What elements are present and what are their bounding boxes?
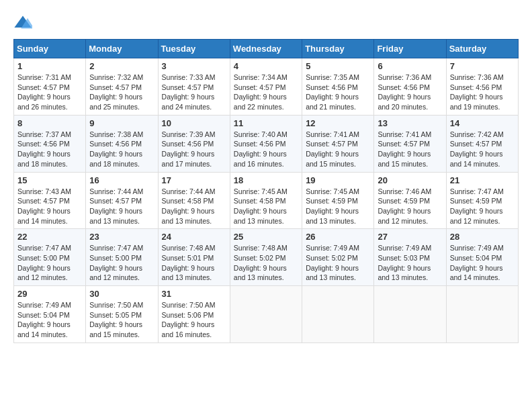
day-info: Sunrise: 7:42 AMSunset: 4:57 PMDaylight:… [450,130,504,168]
day-number: 17 [162,175,226,185]
calendar-cell: 7 Sunrise: 7:36 AMSunset: 4:56 PMDayligh… [446,58,518,116]
day-number: 23 [89,232,154,242]
day-number: 25 [234,232,298,242]
day-number: 3 [162,61,226,71]
day-info: Sunrise: 7:37 AMSunset: 4:56 PMDaylight:… [17,130,71,168]
day-number: 20 [378,175,442,185]
day-number: 12 [306,118,370,128]
day-header-tuesday: Tuesday [158,40,230,58]
day-info: Sunrise: 7:49 AMSunset: 5:02 PMDaylight:… [306,244,359,281]
day-number: 19 [306,175,370,185]
day-info: Sunrise: 7:36 AMSunset: 4:56 PMDaylight:… [378,73,431,111]
calendar-cell: 13 Sunrise: 7:41 AMSunset: 4:57 PMDaylig… [374,115,446,172]
day-number: 1 [17,61,82,71]
day-number: 6 [378,61,442,71]
day-info: Sunrise: 7:44 AMSunset: 4:58 PMDaylight:… [162,187,216,225]
day-info: Sunrise: 7:49 AMSunset: 5:04 PMDaylight:… [17,301,71,338]
calendar-cell: 20 Sunrise: 7:46 AMSunset: 4:59 PMDaylig… [374,172,446,229]
day-info: Sunrise: 7:41 AMSunset: 4:57 PMDaylight:… [306,130,359,168]
calendar-cell: 16 Sunrise: 7:44 AMSunset: 4:57 PMDaylig… [86,172,158,229]
day-info: Sunrise: 7:35 AMSunset: 4:56 PMDaylight:… [306,73,359,111]
calendar-cell: 4 Sunrise: 7:34 AMSunset: 4:57 PMDayligh… [230,58,302,116]
calendar-cell: 18 Sunrise: 7:45 AMSunset: 4:58 PMDaylig… [230,172,302,229]
day-number: 29 [17,289,82,299]
calendar-cell: 3 Sunrise: 7:33 AMSunset: 4:57 PMDayligh… [158,58,230,116]
calendar-cell: 14 Sunrise: 7:42 AMSunset: 4:57 PMDaylig… [446,115,518,172]
day-number: 10 [162,118,226,128]
page-header [13,13,519,32]
day-number: 14 [450,118,515,128]
calendar-header-row: SundayMondayTuesdayWednesdayThursdayFrid… [14,40,519,58]
day-info: Sunrise: 7:44 AMSunset: 4:57 PMDaylight:… [89,187,143,225]
calendar-cell: 25 Sunrise: 7:48 AMSunset: 5:02 PMDaylig… [230,229,302,286]
calendar-cell: 21 Sunrise: 7:47 AMSunset: 4:59 PMDaylig… [446,172,518,229]
calendar-cell: 26 Sunrise: 7:49 AMSunset: 5:02 PMDaylig… [302,229,374,286]
day-number: 31 [162,289,226,299]
day-info: Sunrise: 7:38 AMSunset: 4:56 PMDaylight:… [89,130,143,168]
calendar-week-row: 15 Sunrise: 7:43 AMSunset: 4:57 PMDaylig… [14,172,519,229]
day-number: 18 [234,175,298,185]
day-info: Sunrise: 7:49 AMSunset: 5:03 PMDaylight:… [378,244,431,281]
day-number: 11 [234,118,298,128]
day-info: Sunrise: 7:34 AMSunset: 4:57 PMDaylight:… [234,73,287,111]
day-info: Sunrise: 7:32 AMSunset: 4:57 PMDaylight:… [89,73,143,111]
day-number: 13 [378,118,442,128]
calendar-cell: 12 Sunrise: 7:41 AMSunset: 4:57 PMDaylig… [302,115,374,172]
day-info: Sunrise: 7:36 AMSunset: 4:56 PMDaylight:… [450,73,504,111]
day-info: Sunrise: 7:45 AMSunset: 4:59 PMDaylight:… [306,187,359,225]
calendar-cell: 17 Sunrise: 7:44 AMSunset: 4:58 PMDaylig… [158,172,230,229]
day-info: Sunrise: 7:40 AMSunset: 4:56 PMDaylight:… [234,130,287,168]
day-info: Sunrise: 7:48 AMSunset: 5:02 PMDaylight:… [234,244,287,281]
calendar-cell: 19 Sunrise: 7:45 AMSunset: 4:59 PMDaylig… [302,172,374,229]
logo [13,13,32,32]
calendar-cell: 30 Sunrise: 7:50 AMSunset: 5:05 PMDaylig… [86,286,158,343]
calendar-cell: 15 Sunrise: 7:43 AMSunset: 4:57 PMDaylig… [14,172,86,229]
day-header-sunday: Sunday [14,40,86,58]
calendar-cell [374,286,446,343]
day-info: Sunrise: 7:47 AMSunset: 5:00 PMDaylight:… [17,244,71,281]
calendar-cell [446,286,518,343]
calendar-cell: 6 Sunrise: 7:36 AMSunset: 4:56 PMDayligh… [374,58,446,116]
day-info: Sunrise: 7:48 AMSunset: 5:01 PMDaylight:… [162,244,216,281]
calendar-cell: 23 Sunrise: 7:47 AMSunset: 5:00 PMDaylig… [86,229,158,286]
calendar-week-row: 1 Sunrise: 7:31 AMSunset: 4:57 PMDayligh… [14,58,519,116]
calendar-cell: 24 Sunrise: 7:48 AMSunset: 5:01 PMDaylig… [158,229,230,286]
day-number: 28 [450,232,515,242]
day-number: 15 [17,175,82,185]
day-number: 21 [450,175,515,185]
day-number: 16 [89,175,154,185]
day-number: 5 [306,61,370,71]
calendar-cell: 1 Sunrise: 7:31 AMSunset: 4:57 PMDayligh… [14,58,86,116]
calendar-cell: 8 Sunrise: 7:37 AMSunset: 4:56 PMDayligh… [14,115,86,172]
day-info: Sunrise: 7:31 AMSunset: 4:57 PMDaylight:… [17,73,71,111]
day-info: Sunrise: 7:45 AMSunset: 4:58 PMDaylight:… [234,187,287,225]
day-number: 30 [89,289,154,299]
day-number: 27 [378,232,442,242]
calendar-week-row: 8 Sunrise: 7:37 AMSunset: 4:56 PMDayligh… [14,115,519,172]
calendar-cell [302,286,374,343]
day-header-wednesday: Wednesday [230,40,302,58]
calendar-cell: 2 Sunrise: 7:32 AMSunset: 4:57 PMDayligh… [86,58,158,116]
day-header-saturday: Saturday [446,40,518,58]
day-info: Sunrise: 7:43 AMSunset: 4:57 PMDaylight:… [17,187,71,225]
day-info: Sunrise: 7:50 AMSunset: 5:05 PMDaylight:… [89,301,143,338]
day-number: 9 [89,118,154,128]
day-number: 4 [234,61,298,71]
calendar-week-row: 22 Sunrise: 7:47 AMSunset: 5:00 PMDaylig… [14,229,519,286]
day-info: Sunrise: 7:49 AMSunset: 5:04 PMDaylight:… [450,244,504,281]
calendar-cell: 31 Sunrise: 7:50 AMSunset: 5:06 PMDaylig… [158,286,230,343]
calendar-cell: 22 Sunrise: 7:47 AMSunset: 5:00 PMDaylig… [14,229,86,286]
day-header-friday: Friday [374,40,446,58]
day-info: Sunrise: 7:46 AMSunset: 4:59 PMDaylight:… [378,187,431,225]
calendar-cell: 28 Sunrise: 7:49 AMSunset: 5:04 PMDaylig… [446,229,518,286]
day-header-thursday: Thursday [302,40,374,58]
day-number: 24 [162,232,226,242]
day-info: Sunrise: 7:47 AMSunset: 4:59 PMDaylight:… [450,187,504,225]
day-number: 22 [17,232,82,242]
day-number: 7 [450,61,515,71]
calendar-cell: 29 Sunrise: 7:49 AMSunset: 5:04 PMDaylig… [14,286,86,343]
calendar-cell: 27 Sunrise: 7:49 AMSunset: 5:03 PMDaylig… [374,229,446,286]
calendar-cell: 10 Sunrise: 7:39 AMSunset: 4:56 PMDaylig… [158,115,230,172]
day-header-monday: Monday [86,40,158,58]
day-number: 8 [17,118,82,128]
